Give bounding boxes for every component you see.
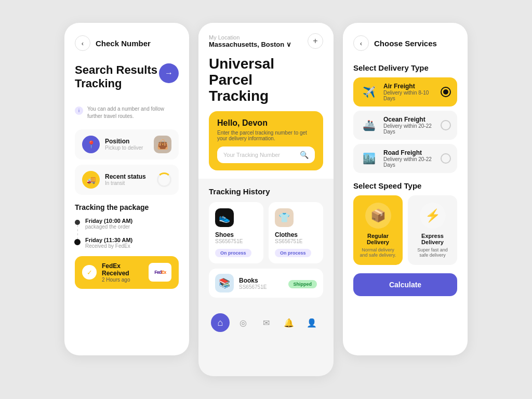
position-sublabel: Pickup to deliver	[105, 145, 143, 151]
air-freight-text: Air Freight Delivery within 8-10 Days	[383, 83, 435, 101]
fedex-label: FedEx Received	[102, 262, 143, 277]
shoes-badge[interactable]: On process	[215, 249, 251, 257]
history-grid: 👟 Shoes SS656751E On process 👕 Clothes S…	[209, 202, 323, 263]
location-label: My Location	[209, 34, 291, 41]
regular-delivery-icon: 📦	[365, 203, 391, 229]
air-freight-radio-inner	[443, 89, 448, 95]
back-button-screen3[interactable]: ‹	[353, 35, 369, 51]
recent-status-label: Recent status	[105, 173, 146, 180]
fedex-text: FedEx Received 2 Hours ago	[102, 262, 143, 283]
shoes-id: SS656751E	[215, 238, 257, 244]
location-name: Massachusetts, Boston ∨	[209, 41, 291, 48]
fedex-sublabel: 2 Hours ago	[102, 277, 143, 283]
screen2-top: My Location Massachusetts, Boston ∨ + Un…	[198, 23, 334, 179]
regular-delivery-name: Regular Delivery	[358, 233, 397, 245]
history-card-clothes[interactable]: 👕 Clothes SS656751E On process	[269, 202, 323, 263]
history-card-shoes[interactable]: 👟 Shoes SS656751E On process	[209, 202, 263, 263]
timeline-item-2: Friday (11:30 AM) Received by FedEx	[85, 237, 179, 249]
position-card[interactable]: 📍 Position Pickup to deliver 👜	[75, 129, 179, 159]
delivery-option-air[interactable]: ✈️ Air Freight Delivery within 8-10 Days	[353, 77, 457, 107]
search-icon[interactable]: 🔍	[300, 151, 309, 159]
regular-delivery-sub: Normal delivery and safe delivery.	[358, 247, 397, 258]
road-freight-icon: 🏙️	[360, 149, 378, 168]
hello-subtitle: Enter the parcel tracking number to get …	[217, 130, 315, 141]
tracking-history-title: Tracking History	[209, 187, 323, 196]
recent-status-text: Recent status In transit	[105, 173, 146, 186]
info-icon: i	[75, 107, 83, 115]
speed-grid: 📦 Regular Delivery Normal delivery and s…	[353, 195, 457, 265]
speed-express[interactable]: ⚡ Express Delivery Super fast and safe d…	[408, 195, 457, 265]
recent-status-left: 🚚 Recent status In transit	[82, 171, 146, 189]
tracking-number-input[interactable]: Your Tracking Number	[223, 152, 296, 158]
fedex-card[interactable]: ✓ FedEx Received 2 Hours ago FedEx	[75, 256, 179, 289]
chevron-down-icon: ∨	[286, 41, 291, 48]
timeline-desc-2: Received by FedEx	[85, 243, 179, 249]
add-location-button[interactable]: +	[308, 33, 323, 49]
ocean-freight-name: Ocean Freight	[383, 116, 435, 123]
info-box: i You can add a number and follow furthe…	[75, 105, 179, 120]
books-icon: 📚	[219, 277, 230, 289]
ocean-freight-sub: Delivery within 20-22 Days	[383, 123, 435, 135]
books-name: Books	[239, 277, 267, 284]
search-results-heading: Search ResultsTracking	[75, 63, 157, 91]
top-bar-screen3: ‹ Choose Services	[353, 35, 457, 51]
screen1-title: Check Number	[96, 39, 151, 48]
clothes-name: Clothes	[275, 231, 317, 238]
recent-status-card[interactable]: 🚚 Recent status In transit	[75, 165, 179, 195]
calculate-button[interactable]: Calculate	[353, 273, 457, 296]
air-freight-radio	[441, 87, 451, 97]
back-button-screen1[interactable]: ‹	[75, 35, 90, 51]
road-freight-text: Road Freight Delivery within 20-22 Days	[383, 149, 435, 168]
delivery-option-ocean[interactable]: 🚢 Ocean Freight Delivery within 20-22 Da…	[353, 111, 457, 140]
screen3-choose-services: ‹ Choose Services Select Delivery Type ✈…	[343, 23, 468, 355]
hello-title: Hello, Devon	[217, 118, 315, 128]
fedex-ex-text: Ex	[161, 270, 166, 275]
history-row-books[interactable]: 📚 Books SS656751E Shipped	[209, 269, 323, 298]
hello-box: Hello, Devon Enter the parcel tracking n…	[209, 111, 323, 170]
shoes-icon-box: 👟	[215, 208, 234, 227]
screens-container: ‹ Check Number Search ResultsTracking → …	[64, 23, 468, 376]
clothes-badge[interactable]: On process	[275, 249, 311, 257]
bottom-nav: ⌂ ◎ ✉ 🔔 👤	[198, 308, 334, 339]
books-badge[interactable]: Shipped	[288, 280, 317, 288]
timeline: Friday (10:00 AM) packaged the order Fri…	[75, 218, 179, 249]
speed-type-title: Select Speed Type	[353, 181, 457, 190]
arrow-button[interactable]: →	[159, 63, 179, 83]
books-info: Books SS656751E	[239, 277, 267, 290]
screen3-title: Choose Services	[374, 39, 437, 48]
clothes-icon: 👕	[278, 212, 290, 223]
location-info: My Location Massachusetts, Boston ∨	[209, 34, 291, 48]
position-icon: 📍	[82, 136, 100, 153]
nav-messages[interactable]: ✉	[257, 313, 275, 332]
position-label: Position	[105, 138, 143, 145]
books-icon-box: 📚	[215, 274, 234, 292]
timeline-dot-2	[74, 239, 81, 245]
express-delivery-icon: ⚡	[420, 203, 446, 229]
loading-indicator	[157, 172, 171, 187]
express-delivery-name: Express Delivery	[413, 233, 452, 245]
timeline-desc-1: packaged the order	[85, 224, 179, 230]
nav-tracking[interactable]: ◎	[234, 313, 252, 332]
nav-home[interactable]: ⌂	[211, 313, 230, 332]
air-freight-icon: ✈️	[360, 83, 378, 101]
air-freight-sub: Delivery within 8-10 Days	[383, 90, 435, 101]
tracking-package-heading: Tracking the package	[75, 203, 179, 211]
ocean-freight-radio	[441, 120, 451, 130]
timeline-time-1: Friday (10:00 AM)	[85, 218, 179, 224]
nav-notifications[interactable]: 🔔	[280, 313, 298, 332]
position-thumbnail: 👜	[154, 136, 171, 153]
position-text: Position Pickup to deliver	[105, 138, 143, 151]
fedex-logo-text: Fed	[154, 270, 161, 275]
check-circle-icon: ✓	[82, 265, 97, 280]
road-freight-radio	[441, 153, 451, 164]
shoes-name: Shoes	[215, 231, 257, 238]
tracking-search-row: Your Tracking Number 🔍	[217, 147, 315, 163]
delivery-option-road[interactable]: 🏙️ Road Freight Delivery within 20-22 Da…	[353, 144, 457, 173]
top-bar-screen1: ‹ Check Number	[75, 35, 179, 51]
nav-profile[interactable]: 👤	[302, 313, 321, 332]
speed-regular[interactable]: 📦 Regular Delivery Normal delivery and s…	[353, 195, 403, 265]
info-text: You can add a number and follow further …	[87, 105, 179, 120]
air-freight-name: Air Freight	[383, 83, 435, 90]
timeline-item-1: Friday (10:00 AM) packaged the order	[85, 218, 179, 230]
recent-status-sublabel: In transit	[105, 180, 146, 186]
